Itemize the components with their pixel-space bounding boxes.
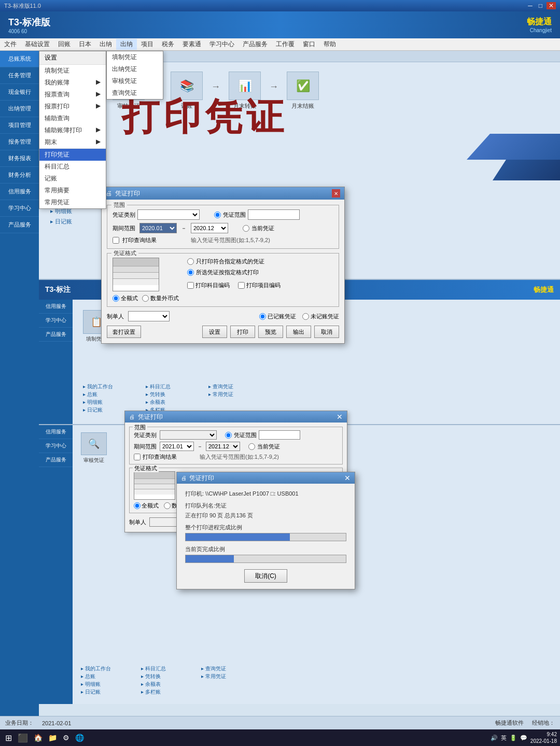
inst3-sc-subject[interactable]: ▸ 科目汇总 xyxy=(141,665,201,672)
taskbar-folder-icon[interactable]: 📁 xyxy=(46,734,59,742)
menu-study[interactable]: 学习中心 xyxy=(205,39,239,50)
template-settings-btn[interactable]: 套打设置 xyxy=(107,326,141,338)
export-btn[interactable]: 输出 xyxy=(286,326,311,338)
dropdown-header-setup[interactable]: 设置 xyxy=(39,51,106,65)
settings-btn[interactable]: 设置 xyxy=(202,326,227,338)
sec-radio-range[interactable] xyxy=(225,432,232,439)
sec-radio-qty[interactable] xyxy=(164,502,171,509)
sidebar-item-learn[interactable]: 学习中心 xyxy=(0,200,39,217)
sec-voucher-type[interactable] xyxy=(160,430,217,440)
taskbar-home-icon[interactable]: 🏠 xyxy=(32,734,45,742)
inst3-sc-balance[interactable]: ▸ 余额表 xyxy=(141,681,201,688)
menu-workbench[interactable]: 工作覆 xyxy=(272,39,299,50)
sidebar-item-cashbank[interactable]: 现金银行 xyxy=(0,84,39,101)
inst3-sidebar-product[interactable]: 产品服务 xyxy=(39,453,73,467)
print-btn[interactable]: 打印 xyxy=(230,326,255,338)
inst2-sc-subject[interactable]: ▸ 科目汇总 xyxy=(146,383,208,390)
sidebar-item-project[interactable]: 项目管理 xyxy=(0,117,39,134)
voucher-range-input[interactable] xyxy=(248,209,300,220)
sidebar-item-analysis[interactable]: 财务分析 xyxy=(0,167,39,184)
inst2-sc-gl[interactable]: ▸ 总账 xyxy=(83,391,145,398)
window-close[interactable]: ✕ xyxy=(547,2,556,9)
dropdown-item-common-abstract[interactable]: 常用摘要 xyxy=(39,185,106,196)
radio-format-only[interactable] xyxy=(187,258,194,265)
print-subject-code-check[interactable] xyxy=(187,282,194,289)
tray-volume[interactable]: 🔊 xyxy=(491,735,498,741)
dropdown-item-ticket-query[interactable]: 报票查询 ▶ xyxy=(39,89,106,101)
inst2-sc-balance[interactable]: ▸ 余额表 xyxy=(146,399,208,406)
tray-notification[interactable]: 💬 xyxy=(520,735,527,741)
menu-tax[interactable]: 税务 xyxy=(158,39,178,50)
print-query-result-check[interactable] xyxy=(113,237,119,244)
sidebar-item-credit[interactable]: 信用服务 xyxy=(0,184,39,200)
taskbar-browser-icon[interactable]: 🌐 xyxy=(73,734,86,742)
print-project-code-check[interactable] xyxy=(238,282,245,289)
inst2-sidebar-learn[interactable]: 学习中心 xyxy=(39,314,73,328)
inst3-sc-multi[interactable]: ▸ 多栏账 xyxy=(141,688,201,696)
sidebar-item-gl[interactable]: 总账系统 xyxy=(0,51,39,67)
sub-item-fill[interactable]: 填制凭证 xyxy=(107,51,163,63)
radio-format-convert[interactable] xyxy=(187,269,194,276)
inst3-sc-common[interactable]: ▸ 常用凭证 xyxy=(201,673,261,680)
maker-select[interactable] xyxy=(128,311,170,321)
menu-file[interactable]: 文件 xyxy=(0,39,21,50)
dropdown-item-period-end[interactable]: 期末 ▶ xyxy=(39,136,106,148)
dropdown-item-common-voucher[interactable]: 常用凭证 xyxy=(39,196,106,208)
menu-project2[interactable]: 项目 xyxy=(137,39,158,50)
sub-item-query[interactable]: 查询凭证 xyxy=(107,87,163,99)
radio-recorded[interactable] xyxy=(259,313,266,320)
sidebar-item-affairs[interactable]: 报务管理 xyxy=(0,134,39,150)
sec-period-from[interactable]: 2021.01 xyxy=(160,442,194,451)
radio-unrecorded[interactable] xyxy=(302,313,309,320)
menu-project[interactable]: 出纳 xyxy=(116,39,137,50)
inst3-sc-switch[interactable]: ▸ 凭转换 xyxy=(141,673,201,680)
inst2-sc-query[interactable]: ▸ 查询凭证 xyxy=(208,383,271,390)
preview-btn[interactable]: 预览 xyxy=(258,326,283,338)
radio-voucher-range[interactable] xyxy=(214,212,221,218)
taskbar-start-icon[interactable]: ⊞ xyxy=(3,733,14,743)
window-minimize[interactable]: ─ xyxy=(526,2,535,9)
sec-range-input[interactable] xyxy=(259,430,300,440)
sidebar-item-task[interactable]: 任务管理 xyxy=(0,67,39,84)
dropdown-item-ticket-print[interactable]: 报票打印 ▶ xyxy=(39,101,106,112)
cancel-btn-main[interactable]: 取消 xyxy=(314,326,339,338)
sub-item-cashier[interactable]: 出纳凭证 xyxy=(107,63,163,75)
inst2-sidebar-product[interactable]: 产品服务 xyxy=(39,328,73,342)
dropdown-item-print-voucher[interactable]: 打印凭证 xyxy=(39,149,106,161)
dialog-close-secondary[interactable]: ✕ xyxy=(337,413,343,421)
sidebar-item-cashier[interactable]: 出纳管理 xyxy=(0,101,39,117)
inst2-sidebar-credit[interactable]: 信用服务 xyxy=(39,300,73,314)
dropdown-item-aux-query[interactable]: 辅助查询 xyxy=(39,112,106,124)
menu-base[interactable]: 基础设置 xyxy=(21,39,54,50)
menu-window[interactable]: 窗口 xyxy=(299,39,319,50)
dropdown-item-mybook[interactable]: 我的账簿 ▶ xyxy=(39,77,106,89)
sidebar-item-report[interactable]: 财务报表 xyxy=(0,150,39,167)
voucher-type-select[interactable] xyxy=(137,209,200,220)
inst3-sc-gl[interactable]: ▸ 总账 xyxy=(81,673,141,680)
dropdown-item-aux-print[interactable]: 辅助账簿打印 ▶ xyxy=(39,124,106,136)
window-maximize[interactable]: □ xyxy=(537,2,544,9)
inst2-sc-switch[interactable]: ▸ 凭转换 xyxy=(146,391,208,398)
dropdown-item-subject-summary[interactable]: 科目汇总 xyxy=(39,161,106,173)
tray-ime[interactable]: 英 xyxy=(501,734,507,742)
inst3-sc-journal[interactable]: ▸ 日记账 xyxy=(81,688,141,696)
menu-japan[interactable]: 日本 xyxy=(75,39,95,50)
dropdown-item-bookkeeping[interactable]: 记账 xyxy=(39,173,106,185)
period-from-select[interactable]: 2020.01 xyxy=(139,223,177,233)
radio-full-amount[interactable] xyxy=(113,295,119,302)
tray-battery[interactable]: 🔋 xyxy=(510,735,517,741)
dialog-close-main[interactable]: ✕ xyxy=(332,189,340,198)
sidebar-item-product[interactable]: 产品服务 xyxy=(0,217,39,233)
flow-step-month-close[interactable]: ✅ 月末结账 xyxy=(287,72,319,110)
sub-item-audit[interactable]: 审核凭证 xyxy=(107,75,163,87)
menu-account[interactable]: 回账 xyxy=(54,39,75,50)
inst3-flow-audit[interactable]: 🔍 审核凭证 xyxy=(81,432,107,464)
menu-cashier[interactable]: 出纳 xyxy=(95,39,116,50)
taskbar-app-icon[interactable]: ⬛ xyxy=(16,733,30,743)
menu-help[interactable]: 帮助 xyxy=(319,39,340,50)
menu-elt[interactable]: 要素通 xyxy=(178,39,205,50)
inst3-sidebar-learn[interactable]: 学习中心 xyxy=(39,439,73,453)
sec-period-to[interactable]: 2021.12 xyxy=(206,442,240,451)
inst2-sc-detail[interactable]: ▸ 明细账 xyxy=(83,399,145,406)
progress-cancel-btn[interactable]: 取消(C) xyxy=(244,569,287,583)
